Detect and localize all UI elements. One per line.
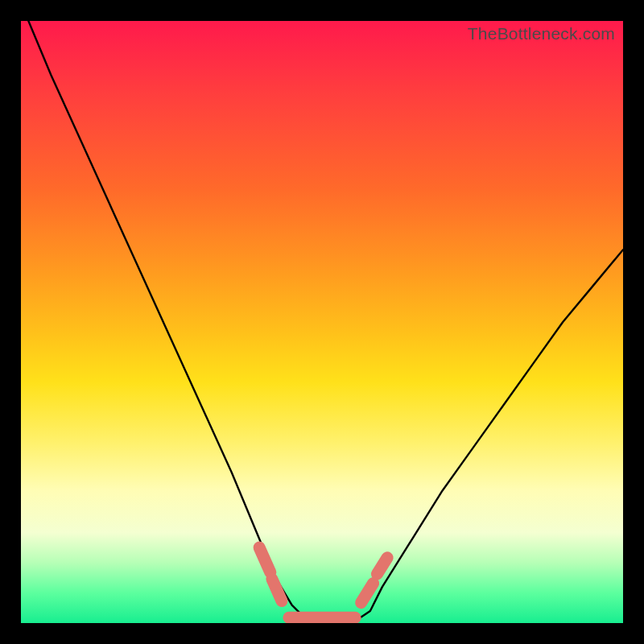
- marker-left-lower: [272, 579, 282, 601]
- curve-bottleneck-curve: [21, 21, 623, 623]
- plot-area: TheBottleneck.com: [21, 21, 623, 623]
- bottleneck-chart: [21, 21, 623, 623]
- marker-right-upper: [377, 558, 387, 574]
- marker-right-lower: [361, 584, 374, 603]
- chart-frame: TheBottleneck.com: [0, 0, 644, 644]
- marker-left-upper: [259, 547, 270, 572]
